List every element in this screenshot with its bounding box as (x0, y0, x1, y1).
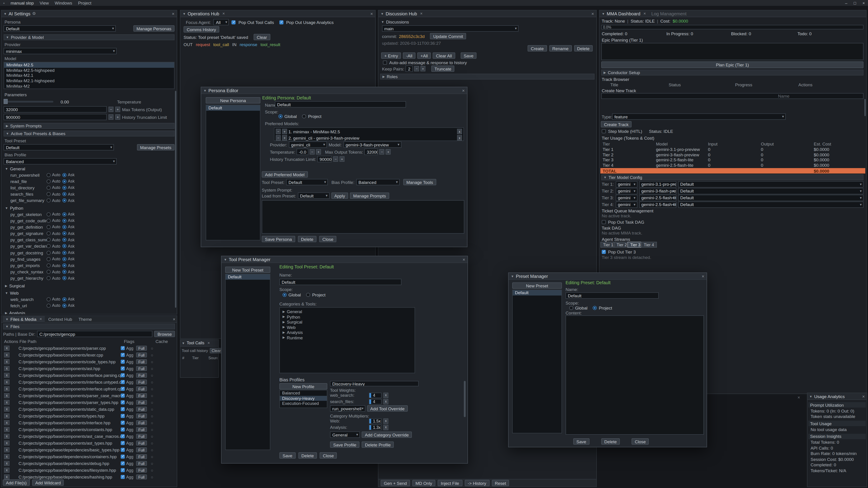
manage-tools-button[interactable]: Manage Tools (403, 179, 436, 185)
remove-model-button[interactable]: x (457, 135, 462, 140)
tool-ask-radio[interactable] (62, 270, 66, 274)
close-dialog-button[interactable]: Close (631, 438, 649, 445)
profile-name-input[interactable]: Discovery-Heavy (330, 381, 418, 386)
rename-discussion-button[interactable]: Rename (549, 45, 572, 52)
full-button[interactable]: Full (136, 454, 147, 459)
close-icon[interactable]: × (798, 395, 800, 400)
add-tool-override-button[interactable]: Add Tool Override (367, 405, 408, 412)
category-row[interactable]: ▶Runtime (280, 335, 414, 340)
operations-hub-header[interactable]: ▼ Operations Hub × × (180, 10, 375, 17)
full-button[interactable]: Full (136, 427, 147, 432)
discussion-entry-button[interactable]: Clear All (433, 53, 455, 59)
tool-auto-radio[interactable] (46, 244, 51, 248)
scope-global-radio[interactable] (278, 114, 283, 119)
tool-ask-radio[interactable] (62, 251, 66, 255)
agg-checkbox[interactable] (121, 434, 125, 438)
remove-category-multiplier-button[interactable]: x (383, 418, 388, 424)
tool-auto-radio[interactable] (46, 263, 51, 267)
tab-mma-dashboard[interactable]: MMA Dashboard (607, 11, 640, 16)
epic-planning-textarea[interactable] (601, 43, 864, 60)
minus-icon[interactable]: − (333, 156, 338, 162)
tier-provider-select[interactable]: gemini (616, 181, 637, 187)
remove-tool-weight-button[interactable]: x (383, 392, 388, 398)
tool-auto-radio[interactable] (46, 251, 51, 255)
tool-auto-radio[interactable] (46, 276, 51, 281)
track-name-input[interactable]: Name (601, 93, 864, 99)
load-preset-select[interactable]: Default (298, 193, 329, 199)
pe-bias-profile-select[interactable]: Balanced (356, 179, 400, 185)
tool-ask-radio[interactable] (62, 199, 66, 203)
plus-icon[interactable]: + (421, 66, 426, 71)
model-option[interactable]: MiniMax-M2.1 (4, 73, 174, 78)
apply-button[interactable]: Apply (331, 193, 348, 199)
discussion-action-button[interactable]: MD Only (412, 480, 435, 486)
menu-item[interactable]: Project (78, 0, 91, 5)
tool-ask-radio[interactable] (62, 231, 66, 235)
remove-file-button[interactable]: x (4, 475, 9, 480)
pe-max-output-input[interactable]: 32000 (365, 149, 378, 155)
tool-group-header[interactable]: ▼Python (4, 205, 175, 211)
persona-select[interactable]: Default (4, 25, 116, 32)
full-button[interactable]: Full (136, 386, 147, 391)
tier-provider-select[interactable]: gemini (616, 201, 637, 207)
preset-name-input[interactable]: Default (565, 292, 659, 299)
agg-checkbox[interactable] (121, 427, 125, 431)
close-dialog-button[interactable]: Close (320, 452, 337, 459)
roles-section[interactable]: ▶ Roles (380, 74, 594, 79)
remove-file-button[interactable]: x (4, 454, 9, 459)
scope-global-radio[interactable] (569, 306, 573, 310)
stream-tab[interactable]: Tier 3 (627, 242, 643, 248)
new-preset-button[interactable]: New Preset (512, 283, 562, 289)
close-icon[interactable]: × (370, 11, 373, 16)
tab-log-management[interactable]: Log Management (651, 11, 686, 16)
close-icon[interactable]: × (862, 394, 865, 399)
preset-manager-header[interactable]: ▼ Preset Manager × (508, 273, 707, 280)
focus-agent-select[interactable]: All (214, 19, 229, 25)
full-button[interactable]: Full (136, 475, 147, 480)
agg-checkbox[interactable] (121, 366, 125, 370)
files-section[interactable]: ▼ Files (3, 324, 175, 329)
menu-item[interactable]: View (39, 0, 49, 5)
ai-settings-header[interactable]: ▼ AI Settings ⚙ × (1, 10, 177, 17)
tier-preset-select[interactable]: Default (678, 181, 864, 187)
remove-file-button[interactable]: x (4, 373, 9, 378)
agg-checkbox[interactable] (121, 468, 125, 472)
remove-file-button[interactable]: x (4, 346, 9, 351)
close-icon[interactable]: × (591, 11, 594, 16)
tool-ask-radio[interactable] (62, 180, 66, 184)
tool-ask-radio[interactable] (62, 257, 66, 261)
minus-icon[interactable]: − (414, 66, 419, 71)
delete-profile-button[interactable]: Delete Profile (362, 442, 394, 448)
discussion-action-button[interactable]: -> History (465, 480, 489, 486)
discussion-action-button[interactable]: Inject File (438, 480, 462, 486)
bias-profile-select[interactable]: Balanced (4, 158, 117, 164)
full-button[interactable]: Full (136, 407, 147, 412)
add-preferred-model-button[interactable]: Add Preferred Model (262, 171, 308, 177)
agg-checkbox[interactable] (121, 373, 125, 377)
scope-project-radio[interactable] (306, 293, 310, 297)
remove-file-button[interactable]: x (4, 468, 9, 473)
tier-model-select[interactable]: gemini-2.5-flash-lite (639, 195, 676, 201)
close-icon[interactable]: × (208, 341, 210, 345)
tool-ask-radio[interactable] (62, 212, 66, 216)
tool-ask-radio[interactable] (62, 219, 66, 223)
tool-ask-radio[interactable] (62, 263, 66, 267)
tool-ask-radio[interactable] (62, 244, 66, 248)
agg-checkbox[interactable] (121, 360, 125, 364)
plus-icon[interactable]: + (340, 156, 344, 162)
manage-prompts-button[interactable]: Manage Prompts (350, 193, 389, 199)
remove-file-button[interactable]: x (4, 461, 9, 466)
browse-button[interactable]: Browse (154, 331, 175, 337)
gear-icon[interactable]: ⚙ (32, 11, 36, 16)
maximize-icon[interactable]: □ (854, 1, 856, 5)
delete-button[interactable]: Delete (601, 438, 620, 445)
plus-icon[interactable]: + (386, 149, 391, 155)
provider-select[interactable]: minimax (4, 48, 117, 54)
close-icon[interactable]: × (173, 317, 176, 322)
pe-model-select[interactable]: gemini-3-flash-preview (343, 141, 401, 148)
tool-ask-radio[interactable] (62, 173, 66, 177)
full-button[interactable]: Full (136, 447, 147, 452)
tier-model-select[interactable]: gemini-2.5-flash-lite (639, 201, 676, 207)
category-row[interactable]: ▶Python (280, 314, 414, 320)
tool-ask-radio[interactable] (62, 225, 66, 229)
